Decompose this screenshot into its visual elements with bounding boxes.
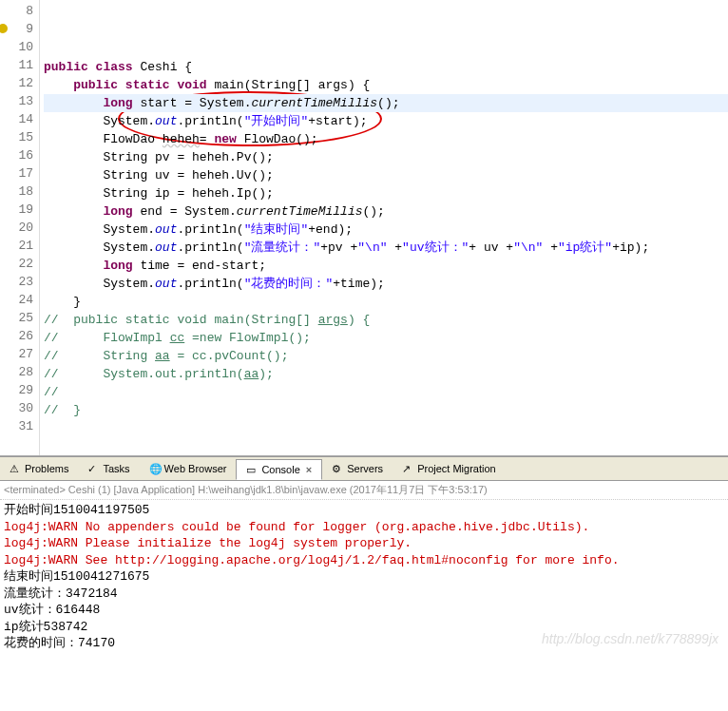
code-line[interactable]: String ip = heheh.Ip(); (44, 184, 728, 202)
code-line[interactable]: public static void main(String[] args) { (44, 76, 728, 94)
code-line[interactable]: System.out.println("花费的时间："+time); (44, 275, 728, 293)
line-number: 12 (0, 74, 33, 92)
code-line[interactable]: System.out.println("流量统计："+pv +"\n" +"uv… (44, 239, 728, 257)
code-line[interactable] (44, 437, 728, 455)
code-editor[interactable]: 8910111213141516171819202122232425262728… (0, 0, 728, 456)
line-number: 25 (0, 309, 33, 327)
tab-console[interactable]: ▭Console× (236, 459, 322, 480)
line-number: 28 (0, 363, 33, 381)
console-line: uv统计：616448 (4, 602, 724, 619)
tab-project-migration[interactable]: ↗Project Migration (393, 459, 506, 478)
line-number: 19 (0, 201, 33, 219)
code-line[interactable]: // FlowImpl cc =new FlowImpl(); (44, 329, 728, 347)
line-number: 17 (0, 164, 33, 183)
code-line[interactable]: long end = System.currentTimeMillis(); (44, 202, 728, 221)
code-line[interactable]: // (44, 383, 728, 401)
code-line[interactable]: // } (44, 401, 728, 419)
line-number: 9 (0, 20, 33, 38)
tab-problems[interactable]: ⚠Problems (0, 459, 78, 478)
tab-icon: ↗ (402, 463, 413, 474)
console-line: ip统计538742 (4, 619, 724, 636)
code-line[interactable]: System.out.println("开始时间"+start); (44, 112, 728, 130)
console-line: 流量统计：3472184 (4, 586, 724, 603)
code-line[interactable]: String pv = heheh.Pv(); (44, 148, 728, 166)
line-number: 8 (0, 2, 33, 20)
line-number: 24 (0, 291, 33, 309)
views-tab-bar: ⚠Problems✓Tasks🌐Web Browser▭Console×⚙Ser… (0, 456, 728, 481)
line-number: 18 (0, 183, 33, 201)
console-line: 花费的时间：74170 (4, 635, 724, 652)
console-header: <terminated> Ceshi (1) [Java Application… (0, 481, 728, 500)
close-icon[interactable]: × (306, 464, 312, 475)
tab-icon: 🌐 (149, 463, 161, 474)
tab-label: Web Browser (164, 463, 227, 474)
tab-icon: ✓ (87, 463, 99, 474)
line-number: 31 (0, 417, 33, 435)
tab-label: Console (261, 464, 299, 475)
code-line[interactable]: // System.out.println(aa); (44, 365, 728, 383)
console-line: 开始时间1510041197505 (4, 502, 724, 519)
tab-label: Servers (347, 463, 383, 474)
line-number: 22 (0, 255, 33, 273)
console-line: log4j:WARN No appenders could be found f… (4, 519, 724, 536)
tab-label: Problems (25, 463, 68, 474)
line-number: 13 (0, 92, 33, 110)
line-number: 10 (0, 38, 33, 56)
code-line[interactable]: String uv = heheh.Uv(); (44, 166, 728, 184)
code-line[interactable]: // public static void main(String[] args… (44, 311, 728, 329)
line-number: 23 (0, 273, 33, 291)
code-line[interactable]: } (44, 293, 728, 311)
line-gutter: 8910111213141516171819202122232425262728… (0, 0, 40, 455)
console-line: log4j:WARN Please initialize the log4j s… (4, 535, 724, 552)
line-number: 16 (0, 146, 33, 164)
code-line[interactable]: System.out.println("结束时间"+end); (44, 221, 728, 239)
tab-icon: ▭ (246, 464, 258, 475)
line-number: 15 (0, 128, 33, 146)
tab-label: Project Migration (417, 463, 496, 474)
console-line: 结束时间1510041271675 (4, 568, 724, 586)
line-number: 26 (0, 327, 33, 345)
line-number: 20 (0, 219, 33, 237)
line-number: 21 (0, 237, 33, 255)
code-line[interactable]: public class Ceshi { (44, 58, 728, 76)
tab-icon: ⚙ (332, 463, 343, 474)
code-line[interactable] (44, 419, 728, 437)
code-line[interactable]: long start = System.currentTimeMillis(); (44, 94, 728, 112)
tab-tasks[interactable]: ✓Tasks (78, 459, 139, 478)
line-number: 11 (0, 56, 33, 74)
tab-label: Tasks (103, 463, 129, 474)
line-number: 29 (0, 381, 33, 399)
line-number: 30 (0, 399, 33, 417)
code-line[interactable]: FlowDao heheh= new FlowDao(); (44, 130, 728, 148)
tab-servers[interactable]: ⚙Servers (322, 459, 393, 478)
console-output[interactable]: 开始时间1510041197505log4j:WARN No appenders… (0, 500, 728, 654)
tab-web-browser[interactable]: 🌐Web Browser (140, 459, 237, 478)
code-line[interactable]: // String aa = cc.pvCount(); (44, 347, 728, 365)
tab-icon: ⚠ (10, 463, 21, 474)
line-number: 27 (0, 345, 33, 363)
code-line[interactable]: } (44, 455, 728, 456)
code-line[interactable]: long time = end-start; (44, 257, 728, 275)
code-area[interactable]: public class Ceshi { public static void … (40, 0, 728, 455)
console-line: log4j:WARN See http://logging.apache.org… (4, 552, 724, 569)
line-number: 14 (0, 110, 33, 128)
